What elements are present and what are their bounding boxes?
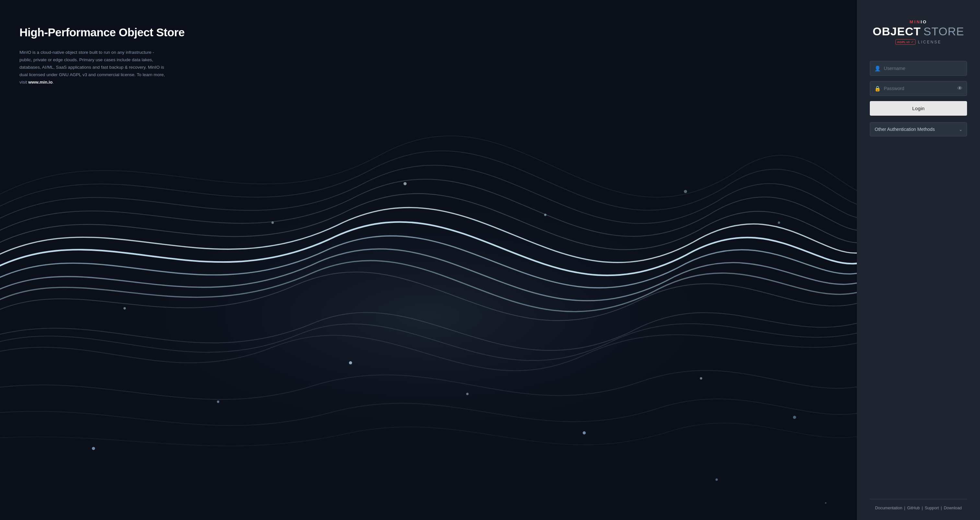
other-auth-section: Other Authentication Methods ⌄ [870,122,967,137]
lock-icon: 🔒 [874,86,881,92]
minio-logo: MINIO OBJECT STORE AGPL v3 ✓ LICENSE [873,19,964,45]
left-panel: High-Performance Object Store MinIO is a… [0,0,857,520]
svg-point-5 [583,431,586,434]
logo-area: MINIO OBJECT STORE AGPL v3 ✓ LICENSE [873,19,964,45]
agpl-badge: AGPL v3 ✓ [896,39,915,45]
right-panel: MINIO OBJECT STORE AGPL v3 ✓ LICENSE [857,0,980,520]
separator-2: | [922,506,923,510]
password-wrapper: 🔒 👁 [870,81,967,96]
minio-link[interactable]: www.min.io [28,80,52,84]
io-text: IO [921,19,927,24]
license-row: AGPL v3 ✓ LICENSE [896,39,942,45]
svg-point-8 [272,222,274,224]
description-end: . [52,80,54,84]
svg-point-9 [404,182,407,185]
support-link[interactable]: Support [924,506,939,510]
login-form: 👤 🔒 👁 Login [870,61,967,116]
other-auth-select[interactable]: Other Authentication Methods [870,122,967,137]
v3-text: v3 [907,40,910,44]
other-auth-wrapper: Other Authentication Methods ⌄ [870,122,967,137]
svg-point-1 [92,447,95,450]
product-name: OBJECT STORE [873,25,964,38]
svg-point-4 [466,393,469,395]
wave-visualization [0,81,857,520]
svg-point-13 [124,307,126,309]
right-panel-top: MINIO OBJECT STORE AGPL v3 ✓ LICENSE [870,19,967,137]
github-link[interactable]: GitHub [907,506,920,510]
description-text: MinIO is a cloud-native object store bui… [19,49,165,86]
svg-point-0 [39,161,818,472]
agpl-text: AGPL [897,40,906,44]
svg-point-14 [716,479,718,481]
main-title: High-Performance Object Store [19,26,837,39]
svg-point-3 [349,361,352,364]
svg-point-12 [778,222,780,224]
footer-links: Documentation | GitHub | Support | Downl… [870,506,967,510]
password-toggle-icon[interactable]: 👁 [957,86,963,91]
store-label: STORE [924,25,964,38]
object-label: OBJECT [873,25,921,38]
svg-point-2 [217,401,219,403]
separator-3: | [941,506,942,510]
login-button[interactable]: Login [870,101,967,116]
svg-point-11 [684,190,687,193]
svg-point-10 [544,213,546,216]
download-link[interactable]: Download [944,506,961,510]
svg-point-6 [700,377,702,379]
user-icon: 👤 [874,65,881,72]
license-label: LICENSE [918,40,942,45]
min-text: MIN [910,19,921,24]
svg-point-7 [793,416,796,419]
left-content: High-Performance Object Store MinIO is a… [19,26,837,86]
checkmark-icon: ✓ [911,40,914,44]
footer: Documentation | GitHub | Support | Downl… [870,499,967,510]
svg-point-15 [825,502,826,504]
minio-brand-text: MINIO [910,19,927,24]
username-wrapper: 👤 [870,61,967,76]
separator-1: | [904,506,905,510]
documentation-link[interactable]: Documentation [875,506,902,510]
username-input[interactable] [870,61,967,76]
password-input[interactable] [870,81,967,96]
